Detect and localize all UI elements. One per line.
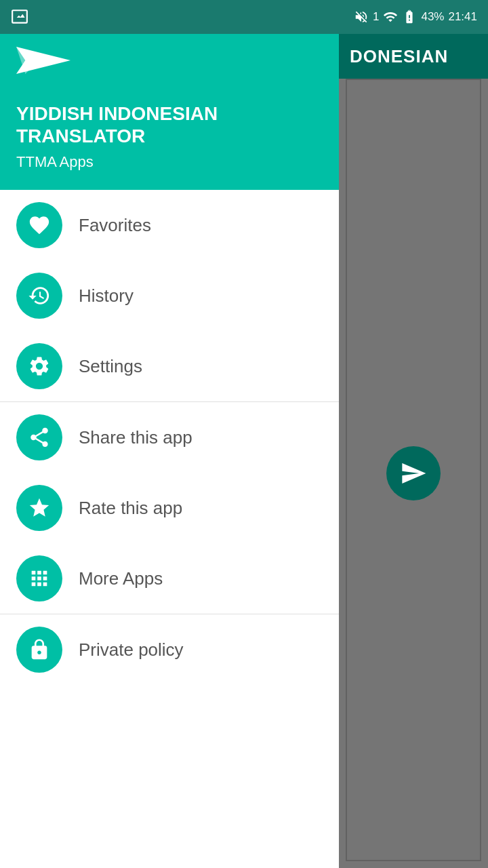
- battery-percent: 43%: [421, 10, 444, 24]
- app-header-title: DONESIAN: [350, 46, 448, 67]
- drawer-header: YIDDISH INDONESIAN TRANSLATOR TTMA Apps: [0, 34, 339, 190]
- more-apps-icon-circle: [16, 555, 62, 601]
- history-label: History: [79, 285, 134, 307]
- app-logo-icon: [16, 37, 323, 92]
- status-left: [11, 8, 28, 26]
- app-subtitle: TTMA Apps: [16, 153, 323, 171]
- content-border: [346, 79, 481, 861]
- nav-item-favorites[interactable]: Favorites: [0, 190, 339, 260]
- grid-icon: [28, 567, 51, 590]
- lock-icon: [28, 638, 51, 661]
- settings-icon-circle: [16, 343, 62, 389]
- right-panel: DONESIAN: [339, 34, 488, 868]
- share-icon: [28, 426, 51, 449]
- app-title: YIDDISH INDONESIAN TRANSLATOR: [16, 102, 323, 148]
- heart-icon: [28, 214, 51, 237]
- status-right: 1 43% 21:41: [354, 9, 477, 24]
- favorites-icon-circle: [16, 202, 62, 248]
- settings-label: Settings: [79, 356, 142, 377]
- nav-item-privacy[interactable]: Private policy: [0, 614, 339, 685]
- rate-icon-circle: [16, 485, 62, 531]
- share-label: Share this app: [79, 427, 192, 448]
- app-container: YIDDISH INDONESIAN TRANSLATOR TTMA Apps …: [0, 34, 488, 868]
- rate-label: Rate this app: [79, 498, 182, 519]
- nav-item-rate[interactable]: Rate this app: [0, 473, 339, 543]
- drawer: YIDDISH INDONESIAN TRANSLATOR TTMA Apps …: [0, 34, 339, 868]
- privacy-label: Private policy: [79, 639, 184, 660]
- history-icon-circle: [16, 273, 62, 319]
- nav-item-history[interactable]: History: [0, 260, 339, 331]
- privacy-icon-circle: [16, 627, 62, 673]
- more-apps-label: More Apps: [79, 568, 163, 589]
- status-bar: 1 43% 21:41: [0, 0, 488, 34]
- carrier-icon: 1: [373, 10, 379, 24]
- clock-icon: [28, 284, 51, 307]
- nav-item-settings[interactable]: Settings: [0, 331, 339, 401]
- app-header: DONESIAN: [339, 34, 488, 79]
- share-icon-circle: [16, 414, 62, 460]
- nav-item-more-apps[interactable]: More Apps: [0, 543, 339, 614]
- favorites-label: Favorites: [79, 215, 151, 236]
- star-icon: [28, 496, 51, 519]
- nav-item-share[interactable]: Share this app: [0, 402, 339, 473]
- time-display: 21:41: [448, 10, 477, 24]
- gear-icon: [28, 355, 51, 378]
